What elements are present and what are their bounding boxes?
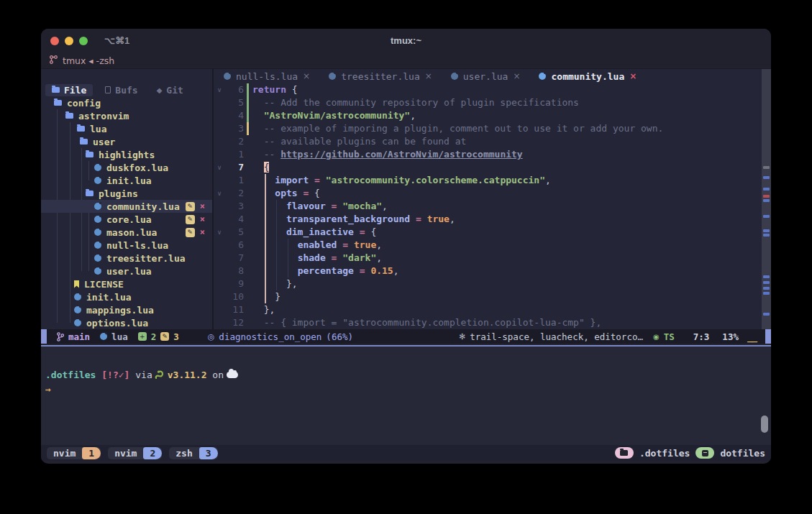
fold-column xyxy=(214,96,225,109)
code-line[interactable]: 4 transparent_background = true, xyxy=(214,213,762,226)
buffer-tab[interactable]: user.lua× xyxy=(451,71,521,82)
code-text[interactable]: dim_inactive = { xyxy=(252,226,376,239)
fold-marker-icon[interactable]: ∨ xyxy=(214,226,225,239)
modified-badge-icon[interactable]: ✎ xyxy=(186,202,195,211)
code-text[interactable]: flavour = "mocha", xyxy=(252,200,388,213)
code-line[interactable]: 3 -- example of imporing a plugin, comme… xyxy=(214,122,762,135)
tree-item[interactable]: LICENSE xyxy=(41,277,212,290)
close-buffer-icon[interactable]: × xyxy=(200,214,205,224)
code-line[interactable]: 5 -- Add the community repository of plu… xyxy=(214,96,762,109)
code-line[interactable]: 1 -- https://github.com/AstroNvim/astroc… xyxy=(214,148,762,161)
close-buffer-icon[interactable]: × xyxy=(200,227,205,237)
explorer-tab-label: Git xyxy=(166,85,183,96)
code-line[interactable]: 9 }, xyxy=(214,277,762,290)
git-branch-segment[interactable]: main xyxy=(57,331,90,342)
tree-item[interactable]: highlights xyxy=(41,148,212,161)
lua-icon xyxy=(451,73,458,80)
close-buffer-icon[interactable]: × xyxy=(513,71,520,81)
fold-marker-icon[interactable]: ∨ xyxy=(214,161,225,174)
code-text[interactable]: -- available plugins can be found at xyxy=(252,135,466,148)
tree-item-label: astronvim xyxy=(78,111,129,121)
code-line[interactable]: 7 shade = "dark", xyxy=(214,252,762,265)
close-buffer-icon[interactable]: × xyxy=(303,71,310,81)
close-buffer-icon[interactable]: × xyxy=(425,71,432,81)
tree-item[interactable]: mappings.lua xyxy=(41,303,212,316)
gitsign-column xyxy=(244,122,252,135)
line-number: 7 xyxy=(225,161,244,174)
tree-item-label: user.lua xyxy=(106,266,152,277)
modified-badge-icon[interactable]: ✎ xyxy=(186,228,195,237)
code-text[interactable]: percentage = 0.15, xyxy=(252,265,399,277)
modified-badge-icon[interactable]: ✎ xyxy=(186,215,195,224)
editor-scrollbar[interactable] xyxy=(762,69,771,329)
code-text[interactable]: -- example of imporing a plugin, comment… xyxy=(252,122,663,135)
terminal-scrollbar-thumb[interactable] xyxy=(761,416,768,433)
tree-item[interactable]: user.lua xyxy=(41,265,212,277)
tree-item[interactable]: init.lua xyxy=(41,174,212,187)
code-line[interactable]: 3 flavour = "mocha", xyxy=(214,200,762,213)
code-text[interactable]: transparent_background = true, xyxy=(252,213,455,226)
terminal-tab-label[interactable]: tmux ◂ -zsh xyxy=(63,55,114,66)
code-token: "mocha" xyxy=(342,201,382,211)
tree-item[interactable]: init.lua xyxy=(41,290,212,303)
code-line[interactable]: 12 -- { import = "astrocommunity.complet… xyxy=(214,316,762,329)
code-area[interactable]: ∨6return {5 -- Add the community reposit… xyxy=(214,83,762,329)
code-text[interactable]: enabled = true, xyxy=(252,239,382,252)
code-token: { xyxy=(286,84,298,95)
buffer-tab[interactable]: community.lua× xyxy=(539,71,637,82)
code-line[interactable]: 10 } xyxy=(214,290,762,303)
tree-item[interactable]: mason.lua✎× xyxy=(41,226,212,239)
code-line[interactable]: ∨6return { xyxy=(214,83,762,96)
tree-item[interactable]: user xyxy=(41,135,212,148)
code-line[interactable]: ∨7 { xyxy=(214,161,762,174)
tree-item[interactable]: lua xyxy=(41,122,212,135)
code-text[interactable]: return { xyxy=(252,83,298,96)
close-buffer-icon[interactable]: × xyxy=(200,201,205,211)
code-text[interactable]: -- { import = "astrocommunity.completion… xyxy=(252,316,601,329)
code-line[interactable]: ∨2 opts = { xyxy=(214,187,762,200)
fold-marker-icon[interactable]: ∨ xyxy=(214,187,225,200)
code-text[interactable]: "AstroNvim/astrocommunity", xyxy=(252,109,416,122)
fold-marker-icon[interactable]: ∨ xyxy=(214,83,225,96)
tmux-window-nvim-2[interactable]: nvim2 xyxy=(108,447,162,459)
code-line[interactable]: 2 -- available plugins can be found at xyxy=(214,135,762,148)
fold-column xyxy=(214,109,225,122)
code-line[interactable]: 8 percentage = 0.15, xyxy=(214,265,762,277)
tree-item[interactable]: config xyxy=(41,96,212,109)
tree-item-label: options.lua xyxy=(86,318,148,329)
code-text[interactable]: { xyxy=(252,161,269,174)
code-text[interactable]: opts = { xyxy=(252,187,320,200)
close-buffer-icon[interactable]: × xyxy=(629,71,637,81)
explorer-tab-git[interactable]: ◆Git xyxy=(150,84,190,96)
tmux-window-zsh-3[interactable]: zsh3 xyxy=(169,447,217,459)
explorer-tab-file[interactable]: File xyxy=(45,84,93,96)
tree-item[interactable]: plugins xyxy=(41,187,212,200)
code-text[interactable]: }, xyxy=(252,277,298,290)
code-line[interactable]: 4 "AstroNvim/astrocommunity", xyxy=(214,109,762,122)
scrollbar-mark xyxy=(763,166,770,169)
tree-item[interactable]: duskfox.lua xyxy=(41,161,212,174)
code-line[interactable]: 1 import = "astrocommunity.colorscheme.c… xyxy=(214,174,762,187)
code-token: = xyxy=(326,252,342,263)
code-line[interactable]: 6 enabled = true, xyxy=(214,239,762,252)
tree-item[interactable]: options.lua xyxy=(41,316,212,329)
code-text[interactable]: -- Add the community repository of plugi… xyxy=(252,96,579,109)
explorer-tab-bufs[interactable]: Bufs xyxy=(99,84,144,96)
code-text[interactable]: import = "astrocommunity.colorscheme.cat… xyxy=(252,174,551,187)
code-line[interactable]: ∨5 dim_inactive = { xyxy=(214,226,762,239)
lua-icon xyxy=(94,267,101,275)
shell-pane[interactable]: .dotfiles [!?✓] viav3.11.2 on → xyxy=(41,347,771,445)
code-text[interactable]: shade = "dark", xyxy=(252,252,382,265)
tmux-window-nvim-1[interactable]: nvim1 xyxy=(47,447,101,459)
tree-item[interactable]: community.lua✎× xyxy=(41,200,212,213)
code-line[interactable]: 11 }, xyxy=(214,303,762,316)
tree-item[interactable]: null-ls.lua xyxy=(41,239,212,252)
tree-item[interactable]: treesitter.lua xyxy=(41,252,212,265)
buffer-tab[interactable]: treesitter.lua× xyxy=(329,71,432,82)
buffer-tab[interactable]: null-ls.lua× xyxy=(224,71,310,82)
code-text[interactable]: }, xyxy=(252,303,275,316)
code-text[interactable]: -- https://github.com/AstroNvim/astrocom… xyxy=(252,148,523,161)
tree-item[interactable]: core.lua✎× xyxy=(41,213,212,226)
tree-item[interactable]: astronvim xyxy=(41,109,212,122)
code-text[interactable]: } xyxy=(252,290,280,303)
